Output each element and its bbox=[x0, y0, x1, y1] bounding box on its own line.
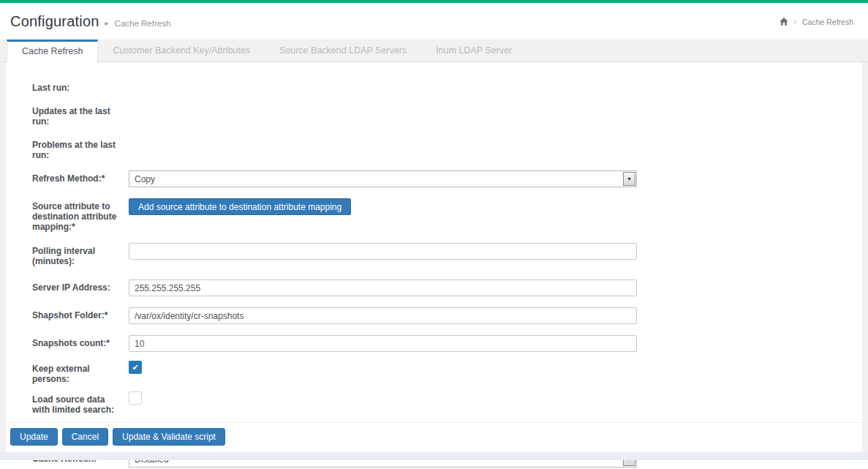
load-source-limited-label: Load source data with limited search: bbox=[32, 391, 123, 415]
keep-external-persons-label: Keep external persons: bbox=[32, 361, 123, 384]
server-ip-label: Server IP Address: bbox=[32, 279, 123, 293]
update-button[interactable]: Update bbox=[10, 428, 58, 446]
title-wrap: Configuration ▸ Cache Refresh bbox=[10, 13, 170, 30]
refresh-method-select[interactable]: Copy ▼ bbox=[129, 170, 637, 187]
problems-last-run-label: Problems at the last run: bbox=[32, 137, 123, 160]
home-icon[interactable] bbox=[780, 18, 788, 26]
footer-strip bbox=[0, 452, 868, 460]
cache-refresh-form: Last run: Updates at the last run: Probl… bbox=[6, 62, 862, 468]
snapshot-folder-input[interactable] bbox=[129, 307, 637, 324]
snapshots-count-input[interactable] bbox=[129, 335, 637, 352]
tab-cache-refresh[interactable]: Cache Refresh bbox=[7, 40, 98, 62]
breadcrumb: > Cache Refresh bbox=[780, 18, 856, 26]
field-polling-interval: Polling interval (minutes): bbox=[32, 243, 862, 266]
polling-interval-label: Polling interval (minutes): bbox=[32, 243, 123, 266]
field-server-ip: Server IP Address: bbox=[32, 279, 862, 296]
polling-interval-input[interactable] bbox=[129, 243, 637, 260]
tab-content-panel: Last run: Updates at the last run: Probl… bbox=[6, 62, 862, 452]
action-bar: Update Cancel Update & Validate script bbox=[6, 422, 862, 452]
field-load-source-limited: Load source data with limited search: bbox=[32, 391, 862, 415]
tab-customer-backend-key-attributes[interactable]: Customer Backend Key/Attributes bbox=[98, 40, 265, 61]
field-last-run: Last run: bbox=[32, 80, 862, 93]
cancel-button[interactable]: Cancel bbox=[62, 428, 108, 446]
main-region: Cache Refresh Customer Backend Key/Attri… bbox=[0, 40, 868, 460]
server-ip-input[interactable] bbox=[129, 279, 637, 296]
tab-inum-ldap-server[interactable]: Inum LDAP Server bbox=[421, 40, 527, 61]
refresh-method-label: Refresh Method:* bbox=[32, 170, 123, 184]
updates-last-run-label: Updates at the last run: bbox=[32, 103, 123, 127]
field-snapshot-folder: Shapshot Folder:* bbox=[32, 307, 862, 324]
page-header: Configuration ▸ Cache Refresh > Cache Re… bbox=[0, 3, 868, 40]
breadcrumb-separator: > bbox=[793, 18, 797, 26]
last-run-label: Last run: bbox=[32, 80, 123, 93]
field-keep-external-persons: Keep external persons: ✔ bbox=[32, 361, 862, 384]
field-problems-last-run: Problems at the last run: bbox=[32, 137, 862, 160]
field-source-mapping: Source attribute to destination attribut… bbox=[32, 198, 862, 232]
refresh-method-value: Copy bbox=[129, 174, 155, 184]
source-mapping-label: Source attribute to destination attribut… bbox=[32, 198, 123, 232]
update-validate-script-button[interactable]: Update & Validate script bbox=[113, 428, 225, 446]
caret-right-icon: ▸ bbox=[105, 19, 109, 27]
snapshot-folder-label: Shapshot Folder:* bbox=[32, 307, 123, 320]
field-updates-last-run: Updates at the last run: bbox=[32, 103, 862, 127]
page-subtitle: Cache Refresh bbox=[115, 19, 171, 28]
page-title: Configuration bbox=[10, 13, 99, 30]
chevron-down-icon: ▼ bbox=[623, 172, 635, 186]
field-refresh-method: Refresh Method:* Copy ▼ bbox=[32, 170, 862, 187]
tab-bar: Cache Refresh Customer Backend Key/Attri… bbox=[0, 40, 868, 62]
field-snapshots-count: Snapshots count:* bbox=[32, 335, 862, 352]
keep-external-persons-checkbox[interactable]: ✔ bbox=[129, 361, 142, 374]
breadcrumb-item[interactable]: Cache Refresh bbox=[802, 18, 853, 26]
snapshots-count-label: Snapshots count:* bbox=[32, 335, 123, 348]
add-source-mapping-button[interactable]: Add source attribute to destination attr… bbox=[129, 198, 351, 215]
tab-source-backend-ldap-servers[interactable]: Source Backend LDAP Servers bbox=[265, 40, 421, 61]
load-source-limited-checkbox[interactable] bbox=[129, 391, 142, 405]
